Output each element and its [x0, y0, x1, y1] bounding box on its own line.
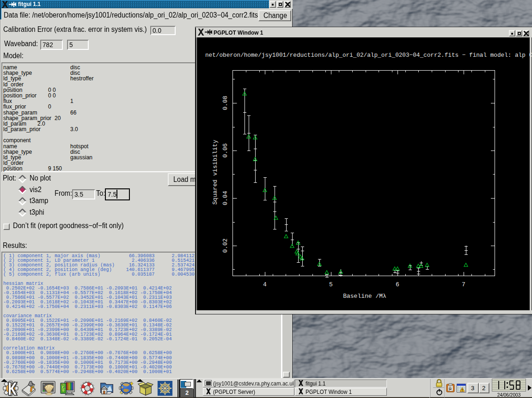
svg-text:Squared visibility: Squared visibility — [212, 140, 219, 205]
svg-text:4: 4 — [263, 281, 267, 288]
svg-text:0.06: 0.06 — [222, 143, 229, 157]
svg-text:net/oberon/home/jsy1001/reduct: net/oberon/home/jsy1001/reductions/alp_o… — [205, 52, 532, 59]
svg-text:5: 5 — [329, 281, 333, 288]
svg-text:0.04: 0.04 — [222, 191, 229, 205]
svg-text:6: 6 — [396, 281, 399, 288]
svg-text:0.02: 0.02 — [222, 238, 229, 253]
svg-text:7: 7 — [462, 281, 465, 288]
svg-text:0.08: 0.08 — [222, 96, 229, 110]
svg-text:Baseline /Mλ: Baseline /Mλ — [343, 293, 386, 300]
